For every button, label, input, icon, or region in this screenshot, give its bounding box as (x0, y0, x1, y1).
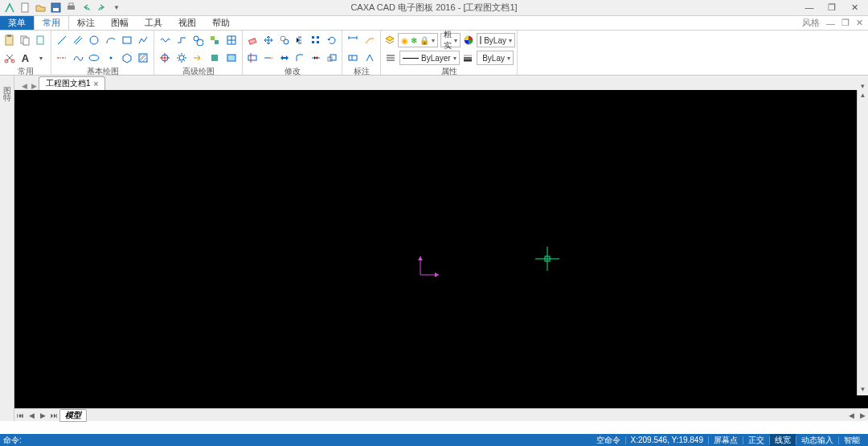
line-icon[interactable] (55, 33, 68, 47)
ellipse-icon[interactable] (88, 51, 101, 65)
trim-icon[interactable] (246, 51, 260, 65)
extend-icon[interactable] (262, 51, 276, 65)
horizontal-scrollbar[interactable] (87, 410, 845, 421)
sheet-last-icon[interactable]: ⏭ (48, 411, 59, 419)
minimize-button[interactable]: — (802, 2, 817, 13)
sheet-first-icon[interactable]: ⏮ (14, 411, 26, 419)
svg-rect-39 (317, 36, 319, 39)
lineweight-dropdown[interactable]: ByLayer▾ (399, 51, 460, 65)
copy-icon[interactable] (277, 33, 291, 47)
scroll-up-icon[interactable]: ▲ (858, 90, 868, 101)
gear-icon[interactable] (174, 51, 189, 65)
status-ortho[interactable]: 正交 (743, 434, 769, 446)
image-icon[interactable] (224, 51, 239, 65)
rail-item-2[interactable]: 特 (2, 85, 13, 88)
document-tab[interactable]: 工程图文档1 × (39, 76, 105, 90)
mirror-icon[interactable] (293, 33, 307, 47)
fillet-icon[interactable] (293, 51, 307, 65)
redo-icon[interactable] (95, 2, 108, 14)
close-button[interactable]: ✕ (847, 2, 862, 13)
break-icon[interactable] (309, 51, 323, 65)
doc-restore-button[interactable]: ❐ (841, 18, 850, 28)
cut-icon[interactable] (3, 51, 16, 65)
stretch-icon[interactable] (277, 51, 291, 65)
style-label[interactable]: 风格 (802, 17, 820, 29)
arrow-shape-icon[interactable] (191, 51, 206, 65)
copy-icon[interactable] (18, 33, 31, 47)
scroll-down-icon[interactable]: ▼ (858, 384, 868, 395)
tab-prev-icon[interactable]: ◀ (19, 82, 29, 90)
scale-icon[interactable] (325, 51, 338, 65)
array-icon[interactable] (309, 33, 323, 47)
status-smart[interactable]: 智能 (839, 434, 865, 446)
layer-manager-icon[interactable] (384, 51, 397, 65)
sheet-next-icon[interactable]: ▶ (37, 411, 48, 419)
local-enlarge-icon[interactable] (191, 33, 206, 47)
doc-close-button[interactable]: ✕ (856, 18, 863, 28)
save-icon[interactable] (49, 2, 62, 14)
lineweight-icon[interactable] (462, 51, 475, 65)
tabs-overflow-icon[interactable]: ▾ (861, 82, 868, 90)
parallel-icon[interactable] (71, 33, 84, 47)
text-icon[interactable]: A (18, 51, 31, 65)
circle-icon[interactable] (88, 33, 101, 47)
doc-minimize-button[interactable]: — (826, 18, 835, 28)
status-dyninput[interactable]: 动态输入 (796, 434, 838, 446)
copy2-icon[interactable] (35, 33, 47, 47)
polygon-icon[interactable] (120, 51, 133, 65)
print-icon[interactable] (64, 2, 77, 14)
tab-view[interactable]: 视图 (170, 16, 204, 30)
tab-help[interactable]: 帮助 (204, 16, 238, 30)
hatch-icon[interactable] (137, 51, 150, 65)
rect-icon[interactable] (120, 33, 133, 47)
model-tab[interactable]: 模型 (59, 409, 87, 422)
tab-next-icon[interactable]: ▶ (29, 82, 39, 90)
linestyle-dropdown[interactable]: ByLay▾ (477, 51, 514, 65)
open-icon[interactable] (34, 2, 47, 14)
erase-icon[interactable] (246, 33, 260, 47)
tab-common[interactable]: 常用 (34, 16, 69, 30)
table-icon[interactable] (224, 33, 239, 47)
rail-item-1[interactable]: 图 (2, 79, 13, 82)
move-icon[interactable] (262, 33, 276, 47)
scroll-left-icon[interactable]: ◀ (845, 411, 857, 419)
dim-linear-icon[interactable] (346, 33, 360, 47)
dropdown-icon[interactable]: ▾ (35, 51, 47, 65)
offset-icon[interactable] (174, 33, 189, 47)
status-screenpoint[interactable]: 屏幕点 (709, 434, 743, 446)
scroll-right-icon[interactable]: ▶ (857, 411, 868, 419)
arc-icon[interactable] (104, 33, 117, 47)
drawing-canvas[interactable]: ▲ ▼ (14, 90, 868, 408)
centerline-icon[interactable] (55, 51, 68, 65)
leader-icon[interactable] (362, 33, 377, 47)
undo-icon[interactable] (80, 2, 92, 14)
hole-icon[interactable] (158, 51, 172, 65)
block-icon[interactable] (207, 33, 222, 47)
layer-icon[interactable] (384, 33, 395, 47)
insert-block-icon[interactable] (207, 51, 222, 65)
maximize-button[interactable]: ❐ (825, 2, 839, 13)
color-wheel-icon[interactable] (463, 33, 474, 47)
tab-frame[interactable]: 图幅 (103, 16, 137, 30)
point-icon[interactable] (104, 51, 117, 65)
sheet-prev-icon[interactable]: ◀ (26, 411, 37, 419)
command-prompt: 命令: (3, 435, 22, 446)
rotate-icon[interactable] (325, 33, 338, 47)
vertical-scrollbar[interactable]: ▲ ▼ (857, 90, 868, 395)
roughness-icon[interactable] (362, 51, 377, 65)
status-linewidth[interactable]: 线宽 (770, 434, 796, 446)
linetype-dropdown[interactable]: 粗实▾ (440, 33, 461, 47)
tab-annotate[interactable]: 标注 (69, 16, 103, 30)
qat-dropdown-icon[interactable]: ▼ (110, 2, 123, 14)
tolerance-icon[interactable] (346, 51, 360, 65)
layer-state-dropdown[interactable]: ◉❄🔒 ▾ (398, 33, 438, 47)
close-icon[interactable]: × (94, 80, 99, 88)
file-menu[interactable]: 菜单 (0, 16, 34, 30)
new-icon[interactable] (18, 2, 31, 14)
spline-icon[interactable] (71, 51, 84, 65)
paste-icon[interactable] (3, 33, 16, 47)
polyline-icon[interactable] (137, 33, 150, 47)
tab-tools[interactable]: 工具 (137, 16, 170, 30)
wave-icon[interactable] (158, 33, 172, 47)
color-dropdown[interactable]: ByLay▾ (477, 33, 515, 47)
